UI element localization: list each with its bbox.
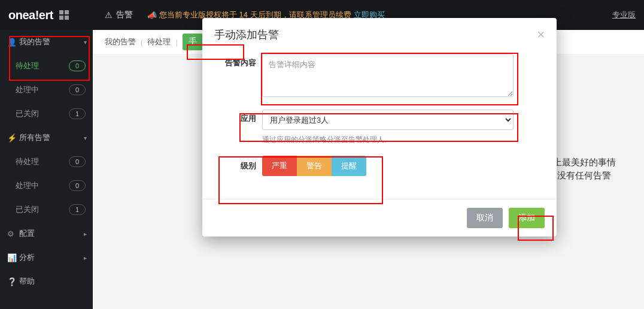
submit-button[interactable]: 添加 bbox=[509, 208, 545, 228]
add-alert-modal: 手动添加告警 × 告警内容 应用 用户登录超过3人 通过应用的分派策略分派至告警… bbox=[202, 18, 557, 237]
cancel-button[interactable]: 取消 bbox=[467, 208, 503, 228]
alert-content-textarea[interactable] bbox=[262, 54, 514, 97]
app-help-text: 通过应用的分派策略分派至告警处理人。 bbox=[262, 135, 539, 145]
level-critical-button[interactable]: 严重 bbox=[262, 156, 297, 176]
level-warning-button[interactable]: 警告 bbox=[297, 156, 332, 176]
app-label: 应用 bbox=[220, 110, 262, 124]
level-label: 级别 bbox=[220, 160, 262, 171]
level-info-button[interactable]: 提醒 bbox=[332, 156, 366, 176]
level-button-group: 严重 警告 提醒 bbox=[262, 156, 366, 176]
app-select[interactable]: 用户登录超过3人 bbox=[262, 110, 514, 130]
modal-title: 手动添加告警 bbox=[214, 28, 279, 42]
close-icon[interactable]: × bbox=[537, 28, 545, 41]
content-label: 告警内容 bbox=[220, 54, 262, 68]
